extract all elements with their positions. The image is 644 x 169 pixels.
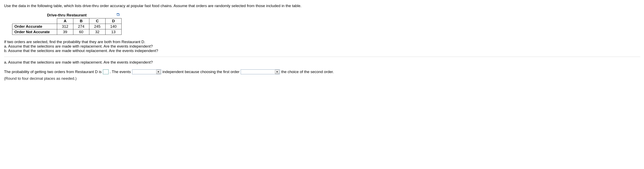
col-header-a: A [57,18,73,24]
probability-input[interactable] [103,69,108,74]
svg-rect-2 [117,13,119,14]
intro-text: Use the data in the following table, whi… [4,4,640,8]
table-row: Order Not Accurate 39 60 32 13 [12,29,122,35]
cell: 60 [73,29,89,35]
cell: 140 [105,24,122,29]
cell: 274 [73,24,89,29]
cell: 39 [57,29,73,35]
cell: 13 [105,29,122,35]
question-block: If two orders are selected, find the pro… [4,40,640,53]
question-stem: If two orders are selected, find the pro… [4,40,640,44]
data-table-block: Drive-thru Restaurant A B C D Order Accu… [12,13,640,35]
cell: 312 [57,24,73,29]
cell: 32 [89,29,106,35]
col-header-b: B [73,18,89,24]
independence-dropdown[interactable]: ▼ [132,69,161,74]
table-row: Order Accurate 312 274 245 140 [12,24,122,29]
answer-text-4: the choice of the second order. [281,70,334,74]
row-label-accurate: Order Accurate [12,24,57,29]
divider [4,57,640,57]
answer-sentence: The probability of getting two orders fr… [4,69,640,74]
part-a-prompt: a. Assume that the selections are made w… [4,60,640,65]
rounding-hint: (Round to four decimal places as needed.… [4,76,640,81]
row-label-not-accurate: Order Not Accurate [12,29,57,35]
effect-dropdown[interactable]: ▼ [241,69,280,74]
col-header-d: D [105,18,122,24]
question-part-b: b. Assume that the selections are made w… [4,49,640,53]
answer-text-2: . The events [110,70,131,74]
col-header-c: C [89,18,106,24]
popup-window-icon[interactable] [117,13,120,16]
data-table: A B C D Order Accurate 312 274 245 140 O… [12,18,122,35]
answer-text-3: independent because choosing the first o… [162,70,240,74]
part-a-section: a. Assume that the selections are made w… [4,60,640,81]
answer-text-1: The probability of getting two orders fr… [4,70,102,74]
table-title: Drive-thru Restaurant [47,13,86,17]
chevron-down-icon[interactable]: ▼ [156,70,161,74]
cell: 245 [89,24,106,29]
chevron-down-icon[interactable]: ▼ [275,70,279,74]
question-part-a: a. Assume that the selections are made w… [4,44,640,49]
